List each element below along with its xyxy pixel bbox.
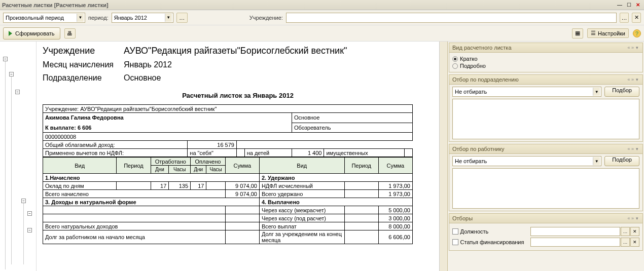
collapse-icon[interactable]: « » bbox=[626, 216, 635, 221]
toolbar-period: Произвольный период ▼ период: Январь 201… bbox=[0, 10, 644, 25]
select-icon[interactable]: … bbox=[621, 238, 630, 247]
filter-finance-input[interactable] bbox=[530, 238, 620, 247]
tree-node[interactable]: − bbox=[9, 72, 14, 76]
info-table: Учреждение: АУВО"Редакция райгазеты"Бори… bbox=[43, 104, 413, 157]
payroll-table: Вид Период Отработано Оплачено Сумма Вид… bbox=[43, 157, 413, 244]
org-input[interactable] bbox=[286, 13, 617, 23]
dept-cell: Основное bbox=[292, 113, 412, 123]
grid-icon[interactable]: ▦ bbox=[572, 28, 583, 38]
emp-listbox[interactable] bbox=[452, 168, 639, 209]
title-bar: Расчетные листки [Расчетные листки] — ☐ … bbox=[0, 0, 644, 10]
outline-gutter: − − − − − − bbox=[0, 42, 37, 271]
settings-button[interactable]: ☰ Настройки bbox=[587, 28, 629, 38]
chevron-down-icon[interactable]: ▾ bbox=[635, 146, 639, 151]
tree-node[interactable]: − bbox=[27, 211, 32, 216]
period-label: период: bbox=[88, 15, 109, 21]
generate-label: Сформировать bbox=[15, 30, 55, 36]
radio-detailed[interactable]: Подробно bbox=[452, 63, 639, 69]
org-clear-button[interactable]: ✕ bbox=[632, 13, 641, 23]
help-button[interactable]: ? bbox=[633, 29, 641, 37]
tabno: 0000000008 bbox=[43, 133, 413, 141]
toolbar-actions: Сформировать 🖶 ▦ ☰ Настройки ? bbox=[0, 25, 644, 42]
hdr-org-value: АУВО"Редакция райгазеты"Борисоглебский в… bbox=[124, 46, 347, 56]
tree-node[interactable]: − bbox=[15, 90, 20, 94]
settings-panel: Вид расчетного листка« »▾ Кратко Подробн… bbox=[447, 42, 644, 271]
radio-brief[interactable]: Кратко bbox=[452, 56, 639, 62]
period-select-button[interactable]: … bbox=[176, 13, 188, 23]
settings-icon: ☰ bbox=[591, 30, 596, 36]
filter-position-checkbox[interactable] bbox=[452, 228, 458, 235]
person-name: Акимова Галина Федоровна bbox=[45, 114, 290, 121]
org-select-button[interactable]: … bbox=[620, 13, 629, 23]
pay-amount: К выплате: 6 606 bbox=[45, 125, 290, 131]
document-area: Учреждение АУВО"Редакция райгазеты"Борис… bbox=[37, 42, 439, 271]
dept-pick-button[interactable]: Подбор bbox=[604, 87, 639, 97]
clear-icon[interactable]: ✕ bbox=[630, 238, 639, 247]
tree-node[interactable]: − bbox=[21, 199, 26, 203]
window-title: Расчетные листки [Расчетные листки] bbox=[2, 2, 615, 8]
position-cell: Обозреватель bbox=[292, 123, 412, 133]
chevron-down-icon[interactable]: ▼ bbox=[77, 14, 84, 22]
radio-icon bbox=[452, 56, 458, 62]
period-type-combo[interactable]: Произвольный период ▼ bbox=[3, 13, 85, 23]
tree-node[interactable]: − bbox=[3, 57, 8, 61]
radio-icon bbox=[452, 63, 458, 69]
select-icon[interactable]: … bbox=[621, 227, 630, 236]
maximize-button[interactable]: ☐ bbox=[625, 2, 633, 9]
tree-node[interactable]: − bbox=[27, 228, 32, 233]
emp-pick-button[interactable]: Подбор bbox=[604, 156, 639, 166]
chevron-down-icon[interactable]: ▼ bbox=[165, 14, 172, 22]
dept-listbox[interactable] bbox=[452, 99, 639, 139]
minimize-button[interactable]: — bbox=[616, 2, 624, 9]
section-emp-filter: Отбор по работнику« »▾ Не отбирать▼ Подб… bbox=[449, 144, 643, 211]
collapse-icon[interactable]: « » bbox=[626, 45, 635, 50]
print-button[interactable]: 🖶 bbox=[64, 28, 76, 38]
settings-label: Настройки bbox=[598, 30, 625, 36]
clear-icon[interactable]: ✕ bbox=[630, 227, 639, 236]
chevron-down-icon[interactable]: ▼ bbox=[593, 88, 600, 96]
filter-position-input[interactable] bbox=[530, 227, 620, 236]
close-button[interactable]: ✕ bbox=[634, 2, 642, 9]
section-dept-filter: Отбор по подразделению« »▾ Не отбирать▼ … bbox=[449, 74, 643, 142]
collapse-icon[interactable]: « » bbox=[626, 77, 635, 82]
period-value-combo[interactable]: Январь 2012 ▼ bbox=[112, 13, 173, 23]
hdr-month-label: Месяц начисления bbox=[43, 60, 124, 69]
dept-filter-combo[interactable]: Не отбирать▼ bbox=[452, 87, 601, 97]
emp-filter-combo[interactable]: Не отбирать▼ bbox=[452, 156, 601, 166]
chevron-down-icon[interactable]: ▼ bbox=[593, 157, 600, 165]
hdr-org-label: Учреждение bbox=[43, 46, 124, 56]
filter-finance-checkbox[interactable] bbox=[452, 239, 458, 245]
collapse-icon[interactable]: « » bbox=[626, 146, 635, 151]
chevron-down-icon[interactable]: ▾ bbox=[635, 77, 639, 82]
hdr-dept-value: Основное bbox=[124, 73, 161, 83]
chevron-down-icon[interactable]: ▾ bbox=[635, 45, 639, 50]
hdr-month-value: Январь 2012 bbox=[124, 60, 172, 69]
play-icon bbox=[9, 31, 12, 36]
generate-button[interactable]: Сформировать bbox=[3, 27, 60, 40]
main-area: − − − − − − Учреждение АУВО"Редакция рай… bbox=[0, 42, 644, 271]
period-value: Январь 2012 bbox=[114, 15, 165, 21]
hdr-dept-label: Подразделение bbox=[43, 73, 124, 83]
scrollbar-vertical[interactable] bbox=[439, 42, 447, 271]
org-label: Учреждение: bbox=[249, 15, 283, 21]
section-filters: Отборы« »▾ Должность …✕ Статья финансиро… bbox=[449, 213, 643, 251]
period-type-value: Произвольный период bbox=[6, 15, 77, 21]
doc-title: Расчетный листок за Январь 2012 bbox=[43, 92, 433, 99]
chevron-down-icon[interactable]: ▾ bbox=[635, 216, 639, 221]
section-view: Вид расчетного листка« »▾ Кратко Подробн… bbox=[449, 43, 643, 72]
